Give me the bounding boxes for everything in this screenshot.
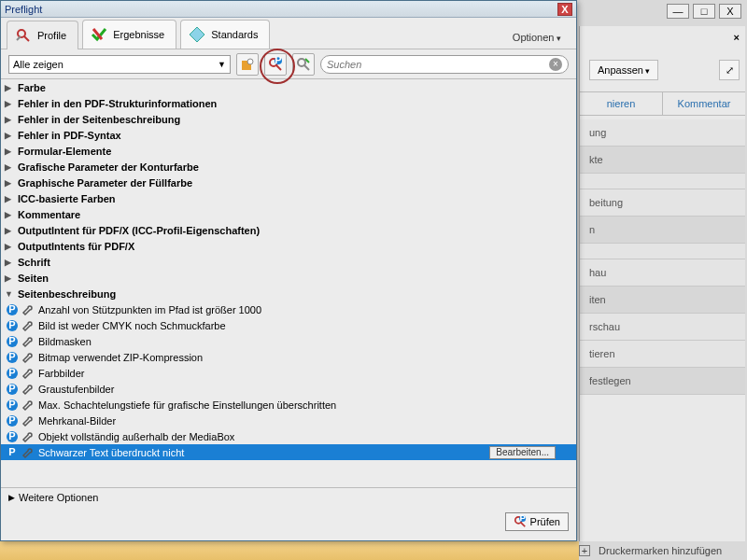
- wrench-icon: [19, 319, 33, 332]
- panel-section[interactable]: rschau: [580, 314, 745, 341]
- panel-stack: ungktebeitungnhauitenrschautierenfestleg…: [580, 119, 745, 395]
- profile-item[interactable]: P Mehrkanal-Bilder: [1, 413, 576, 428]
- category-label: Formular-Elemente: [18, 146, 111, 157]
- profile-item[interactable]: P Anzahl von Stützpunkten im Pfad ist gr…: [1, 301, 576, 317]
- panel-section[interactable]: iten: [580, 287, 745, 314]
- panel-section[interactable]: hau: [580, 259, 745, 287]
- triangle-right-icon: ▶: [5, 258, 14, 267]
- filter-value: Alle zeigen: [13, 59, 63, 70]
- druckermarken-label[interactable]: Druckermarken hinzufügen: [599, 545, 722, 556]
- category-row[interactable]: ▶Formular-Elemente: [1, 143, 576, 159]
- p-icon: P: [5, 335, 19, 348]
- check-button-label: Prüfen: [530, 516, 560, 527]
- category-row[interactable]: ▶ICC-basierte Farben: [1, 190, 576, 206]
- p-icon: P: [5, 446, 19, 459]
- panel-section[interactable]: tieren: [580, 341, 745, 368]
- panel-tabs: nieren Kommentar: [580, 91, 745, 116]
- panel-close-icon[interactable]: ×: [734, 32, 740, 43]
- triangle-right-icon: ▶: [5, 147, 14, 156]
- profile-item[interactable]: P Bildmasken: [1, 333, 576, 349]
- category-row[interactable]: ▶Seiten: [1, 270, 576, 286]
- add-icon[interactable]: +: [579, 545, 590, 556]
- svg-line-11: [304, 65, 309, 70]
- options-menu[interactable]: Optionen: [509, 26, 565, 49]
- tab-results[interactable]: Ergebnisse: [82, 20, 176, 49]
- panel-section[interactable]: festlegen: [580, 368, 745, 395]
- triangle-right-icon: ▶: [5, 226, 14, 235]
- triangle-right-icon: ▶: [5, 131, 14, 140]
- category-row[interactable]: ▶Graphische Parameter der Füllfarbe: [1, 175, 576, 190]
- category-row[interactable]: ▶Farbe: [1, 79, 576, 95]
- category-row-expanded[interactable]: ▼Seitenbeschreibung: [1, 286, 576, 301]
- clear-search-icon[interactable]: ×: [549, 58, 562, 71]
- category-row[interactable]: ▶Kommentare: [1, 206, 576, 222]
- category-row[interactable]: ▶OutputIntent für PDF/X (ICC-Profil-Eige…: [1, 222, 576, 238]
- profile-item[interactable]: P Graustufenbilder: [1, 381, 576, 397]
- panel-section[interactable]: [580, 174, 745, 189]
- window-title: Preflight: [5, 4, 42, 15]
- tab-sign[interactable]: nieren: [580, 92, 663, 115]
- toolbar: Alle zeigen ▼ P ×: [1, 49, 576, 79]
- category-row[interactable]: ▶OutputIntents für PDF/X: [1, 238, 576, 254]
- profile-icon: [15, 27, 32, 44]
- wrench-icon: [19, 399, 33, 412]
- expand-icon[interactable]: ⤢: [719, 60, 740, 80]
- profile-item[interactable]: P Bild ist weder CMYK noch Schmuckfarbe: [1, 317, 576, 333]
- customize-button[interactable]: Anpassen: [589, 60, 658, 80]
- profile-item[interactable]: P Max. Schachtelungstiefe für grafische …: [1, 397, 576, 413]
- edit-button[interactable]: Bearbeiten...: [489, 446, 556, 459]
- tab-standards[interactable]: Standards: [180, 20, 270, 49]
- category-label: Fehler in den PDF-Strukturinformationen: [18, 98, 217, 109]
- close-button[interactable]: X: [719, 4, 741, 19]
- p-icon: P: [5, 367, 19, 380]
- footer: ▶ Weitere Optionen P Prüfen: [1, 488, 576, 537]
- profile-tree[interactable]: ▶Farbe▶Fehler in den PDF-Strukturinforma…: [1, 79, 576, 488]
- minimize-button[interactable]: —: [667, 4, 689, 19]
- wrench-icon: [19, 383, 33, 396]
- panel-section[interactable]: [580, 244, 745, 259]
- profile-item[interactable]: P Schwarzer Text überdruckt nichtBearbei…: [1, 444, 576, 460]
- category-row[interactable]: ▶Grafische Parameter der Konturfarbe: [1, 159, 576, 175]
- category-row[interactable]: ▶Schrift: [1, 254, 576, 270]
- preflight-window: Preflight X Profile Ergebnisse Standards…: [0, 0, 577, 541]
- search-input[interactable]: [327, 59, 549, 70]
- svg-point-10: [298, 59, 305, 66]
- profile-item[interactable]: P Objekt vollständig außerhalb der Media…: [1, 428, 576, 444]
- category-label: OutputIntent für PDF/X (ICC-Profil-Eigen…: [18, 225, 260, 236]
- svg-line-1: [24, 36, 29, 41]
- search-field[interactable]: ×: [320, 55, 569, 74]
- panel-section[interactable]: kte: [580, 147, 745, 174]
- toolbar-button-1[interactable]: [236, 53, 259, 76]
- tab-profile[interactable]: Profile: [7, 21, 78, 49]
- filter-dropdown[interactable]: Alle zeigen ▼: [8, 55, 231, 74]
- wrench-icon: [19, 446, 33, 459]
- panel-section[interactable]: n: [580, 217, 745, 244]
- svg-line-33: [520, 523, 524, 526]
- panel-section[interactable]: ung: [580, 119, 745, 147]
- category-row[interactable]: ▶Fehler in der Seitenbeschreibung: [1, 111, 576, 127]
- maximize-button[interactable]: □: [693, 4, 715, 19]
- triangle-right-icon: ▶: [5, 162, 14, 172]
- close-icon[interactable]: X: [557, 3, 572, 16]
- category-label: Fehler in PDF-Syntax: [18, 130, 121, 141]
- check-button[interactable]: P Prüfen: [505, 512, 569, 531]
- titlebar: Preflight X: [1, 1, 576, 18]
- toolbar-button-3[interactable]: [292, 53, 315, 76]
- svg-text:P: P: [8, 367, 15, 378]
- category-row[interactable]: ▶Fehler in PDF-Syntax: [1, 127, 576, 143]
- item-label: Objekt vollständig außerhalb der MediaBo…: [38, 431, 234, 442]
- tab-comment[interactable]: Kommentar: [663, 92, 745, 115]
- p-icon: P: [5, 351, 19, 364]
- item-label: Graustufenbilder: [38, 384, 114, 395]
- more-options[interactable]: ▶ Weitere Optionen: [8, 492, 569, 503]
- single-check-button[interactable]: P: [264, 53, 287, 76]
- profile-item[interactable]: P Bitmap verwendet ZIP-Kompression: [1, 349, 576, 365]
- triangle-right-icon: ▶: [5, 242, 14, 251]
- profile-item[interactable]: P Farbbilder: [1, 365, 576, 381]
- svg-point-5: [247, 59, 253, 64]
- main-tabs: Profile Ergebnisse Standards Optionen: [1, 18, 576, 49]
- category-row[interactable]: ▶Fehler in den PDF-Strukturinformationen: [1, 95, 576, 111]
- svg-point-0: [18, 30, 25, 37]
- panel-section[interactable]: beitung: [580, 189, 745, 217]
- triangle-right-icon: ▶: [5, 210, 14, 219]
